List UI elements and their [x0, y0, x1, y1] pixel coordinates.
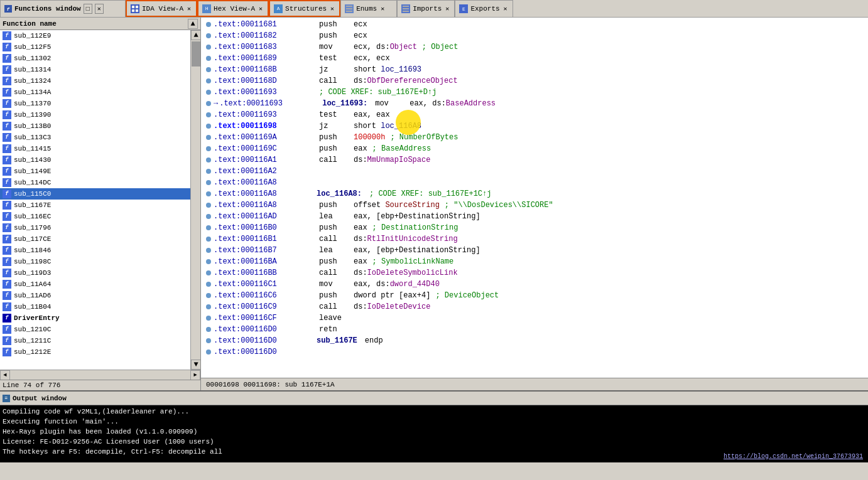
scroll-thumb[interactable]: [192, 41, 200, 67]
function-item[interactable]: fsub_11415: [0, 143, 190, 154]
code-address: .text:000116C6: [214, 290, 314, 301]
function-item[interactable]: fsub_119D3: [0, 267, 190, 279]
function-name: sub_115C0: [14, 190, 51, 198]
function-item[interactable]: fsub_11370: [0, 98, 190, 109]
code-comment: ; Object: [422, 41, 458, 53]
function-icon: f: [3, 302, 11, 311]
code-line: .text:000116A2: [206, 166, 863, 177]
ida-view-close-btn[interactable]: ✕: [186, 5, 192, 13]
code-address: .text:00011683: [214, 41, 314, 53]
function-item[interactable]: fsub_11430: [0, 154, 190, 166]
code-dot: [206, 78, 211, 83]
function-item[interactable]: fsub_11A64: [0, 279, 190, 290]
tab-imports[interactable]: Imports ✕: [397, 0, 455, 17]
tab-enums[interactable]: Enums ✕: [340, 0, 397, 17]
function-item[interactable]: fsub_117CE: [0, 233, 190, 245]
hex-view-close-btn[interactable]: ✕: [258, 5, 264, 13]
function-icon: f: [3, 133, 11, 142]
function-item[interactable]: fsub_11846: [0, 245, 190, 256]
function-item[interactable]: fsub_113B0: [0, 120, 190, 132]
function-item[interactable]: fsub_112F5: [0, 41, 190, 53]
code-address: .text:000116C9: [214, 301, 314, 312]
function-name: sub_112E9: [14, 32, 51, 40]
function-item[interactable]: fsub_11314: [0, 64, 190, 75]
tab-exports[interactable]: E Exports ✕: [455, 0, 513, 17]
code-line: .text:0001169Cpusheax; BaseAddress: [206, 143, 863, 154]
tab-functions-window[interactable]: f Functions window □ ✕: [0, 0, 126, 17]
scroll-down-btn[interactable]: ▼: [191, 360, 200, 370]
code-address: .text:000116A8: [214, 177, 314, 188]
tab-hex-view[interactable]: H Hex View-A ✕: [197, 0, 269, 17]
function-icon: f: [3, 88, 11, 97]
function-item[interactable]: fsub_112E9: [0, 30, 190, 41]
code-mnemonic: call: [319, 154, 354, 166]
functions-restore-btn[interactable]: □: [84, 4, 92, 14]
code-status-bar: 00001698 00011698: sub 1167E+1A: [201, 378, 868, 390]
function-name: sub_11B04: [14, 303, 51, 311]
function-item[interactable]: fsub_114DC: [0, 177, 190, 188]
enums-close-btn[interactable]: ✕: [379, 5, 386, 13]
code-line: .text:000116D0retn: [206, 324, 863, 335]
code-operands: ds:IoDeleteSymbolicLink: [354, 267, 458, 279]
function-item[interactable]: fsub_11B04: [0, 301, 190, 312]
function-item[interactable]: fsub_1134A: [0, 87, 190, 98]
svg-rect-0: [132, 6, 134, 8]
function-item[interactable]: fsub_1210C: [0, 324, 190, 335]
code-operands: offset SourceString: [354, 200, 440, 211]
function-icon: f: [3, 122, 11, 131]
code-line: .text:00011698jzshort loc_116A8: [206, 120, 863, 132]
code-dot: [206, 56, 211, 61]
code-operands: short loc_11693: [354, 64, 421, 75]
function-item[interactable]: fsub_11390: [0, 109, 190, 120]
code-content[interactable]: .text:00011681pushecx.text:00011682pushe…: [201, 18, 868, 378]
function-icon: f: [3, 65, 11, 74]
code-mnemonic: lea: [319, 245, 354, 256]
function-item[interactable]: fsub_1149E: [0, 166, 190, 177]
output-link[interactable]: https://blog.csdn.net/weipin_37673931: [724, 453, 863, 460]
function-item[interactable]: fsub_11796: [0, 222, 190, 233]
code-address: .text:000116A8: [214, 200, 314, 211]
function-item[interactable]: fsub_1211C: [0, 335, 190, 346]
functions-horiz-scroll[interactable]: ◄ ►: [0, 370, 200, 380]
function-name: sub_116EC: [14, 213, 51, 220]
output-line: License: FE-D012-9256-AC Licensed User (…: [3, 437, 865, 447]
code-line: .text:000116C9callds:IoDeleteDevice: [206, 301, 863, 312]
code-dot: [206, 304, 211, 309]
function-item[interactable]: fsub_11302: [0, 53, 190, 64]
function-item[interactable]: fsub_11324: [0, 75, 190, 87]
functions-scrollbar[interactable]: ▲ ▼: [190, 30, 200, 370]
functions-status-bar: Line 74 of 776: [0, 380, 200, 390]
code-dot: [206, 248, 211, 253]
code-operands: ds:MmUnmapIoSpace: [354, 154, 430, 166]
scroll-up-btn[interactable]: ▲: [191, 30, 200, 40]
tab-ida-view[interactable]: IDA View-A ✕: [126, 0, 197, 17]
functions-sort-btn[interactable]: ▲: [188, 19, 198, 29]
code-line: .text:000116B7leaeax, [ebp+DestinationSt…: [206, 245, 863, 256]
code-mnemonic: push: [319, 143, 354, 154]
code-label: loc_116A8:: [317, 188, 362, 200]
function-item[interactable]: fsub_11AD6: [0, 290, 190, 301]
code-line: .text:000116C6pushdword ptr [eax+4]; Dev…: [206, 290, 863, 301]
function-item[interactable]: fsub_1198C: [0, 256, 190, 267]
tab-structures[interactable]: A Structures ✕: [269, 0, 340, 17]
svg-rect-3: [136, 9, 138, 12]
scroll-right-btn[interactable]: ►: [190, 370, 200, 380]
function-item[interactable]: fsub_113C3: [0, 132, 190, 143]
code-dot: [206, 225, 211, 230]
function-item[interactable]: fsub_1212E: [0, 346, 190, 358]
structures-close-btn[interactable]: ✕: [329, 5, 335, 13]
code-operands: ecx: [354, 30, 367, 41]
functions-list-header: Function name ▲: [0, 18, 200, 30]
function-name: sub_11415: [14, 145, 51, 152]
functions-list[interactable]: fsub_112E9fsub_112F5fsub_11302fsub_11314…: [0, 30, 190, 370]
exports-close-btn[interactable]: ✕: [502, 5, 509, 13]
function-item[interactable]: fsub_115C0: [0, 188, 190, 200]
function-item[interactable]: fDriverEntry: [0, 312, 190, 324]
code-dot: [206, 67, 211, 72]
scroll-left-btn[interactable]: ◄: [0, 370, 10, 380]
functions-close-btn[interactable]: ✕: [95, 4, 104, 14]
function-item[interactable]: fsub_1167E: [0, 200, 190, 211]
function-icon: f: [3, 144, 11, 153]
imports-close-btn[interactable]: ✕: [444, 5, 450, 13]
function-item[interactable]: fsub_116EC: [0, 211, 190, 222]
